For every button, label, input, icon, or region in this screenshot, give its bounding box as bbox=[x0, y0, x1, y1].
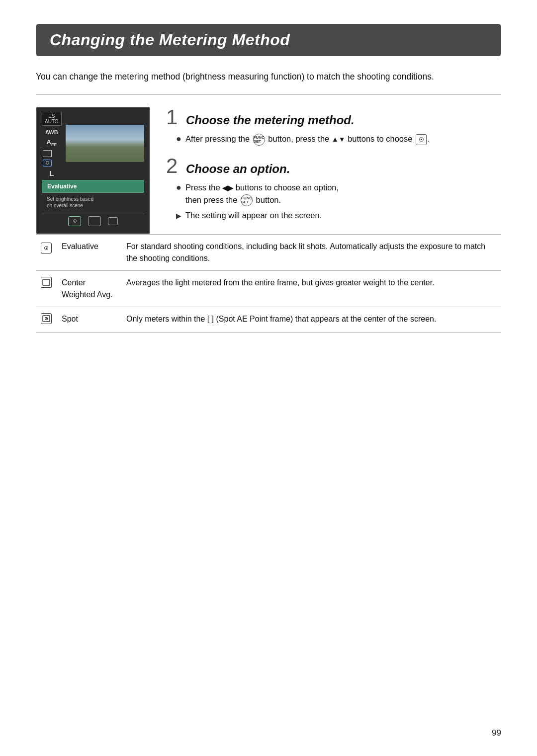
spot-desc: Only meters within the [ ] (Spot AE Poin… bbox=[126, 315, 436, 323]
table-row-evaluative: Evaluative For standard shooting conditi… bbox=[36, 234, 501, 270]
spot-name-cell: Spot bbox=[57, 307, 121, 332]
step-1-bullet-1: ● After pressing the FUNCSET button, pre… bbox=[176, 133, 501, 146]
bullet-dot-1: ● bbox=[176, 134, 181, 143]
spot-svg bbox=[42, 315, 50, 323]
center-desc: Averages the light metered from the enti… bbox=[126, 278, 435, 287]
step-2-title: Choose an option. bbox=[186, 162, 290, 176]
metering-target-icon bbox=[416, 134, 427, 145]
evaluative-icon-cell bbox=[36, 234, 57, 270]
bullet-triangle: ▶ bbox=[176, 211, 181, 221]
camera-left-icons: ESAUTO AWB AFF L bbox=[42, 112, 62, 178]
func-set-button-1: FUNCSET bbox=[253, 134, 265, 146]
camera-top-row: ESAUTO AWB AFF L bbox=[42, 112, 144, 178]
func-set-button-2: FUNCSET bbox=[241, 194, 253, 206]
camera-screen-mockup: ESAUTO AWB AFF L Evaluative Set brightne… bbox=[36, 107, 150, 234]
step-1-bullet-1-text: After pressing the FUNCSET button, press… bbox=[185, 133, 501, 146]
steps-area: 1 Choose the metering method. ● After pr… bbox=[166, 107, 501, 232]
step-1-title: Choose the metering method. bbox=[186, 113, 355, 128]
cam-circle-icon bbox=[43, 160, 52, 167]
camera-menu-highlight: Evaluative bbox=[42, 180, 144, 193]
center-weighted-svg bbox=[42, 278, 50, 286]
step-2-bullets: ● Press the ◀▶ buttons to choose an opti… bbox=[166, 181, 501, 222]
step-2: 2 Choose an option. ● Press the ◀▶ butto… bbox=[166, 156, 501, 222]
cam-evaluative-btn bbox=[68, 216, 81, 226]
svg-point-3 bbox=[46, 318, 47, 319]
center-icon-cell bbox=[36, 270, 57, 307]
cam-es-box: ESAUTO bbox=[42, 112, 62, 126]
camera-sub-text: Set brightness basedon overall scene bbox=[47, 196, 139, 209]
evaluative-name-cell: Evaluative bbox=[57, 234, 121, 270]
step-1-header: 1 Choose the metering method. bbox=[166, 107, 501, 128]
evaluative-label: Evaluative bbox=[62, 242, 98, 251]
nav-arrows-1: ▲▼ bbox=[332, 135, 346, 143]
svg-rect-0 bbox=[43, 279, 50, 285]
metering-info-table: Evaluative For standard shooting conditi… bbox=[36, 234, 501, 333]
main-content: ESAUTO AWB AFF L Evaluative Set brightne… bbox=[36, 95, 501, 234]
table-row-center: Center Weighted Avg. Averages the light … bbox=[36, 270, 501, 307]
page-title: Changing the Metering Method bbox=[50, 31, 487, 49]
cam-af-icon: AFF bbox=[42, 138, 62, 147]
step-1-bullets: ● After pressing the FUNCSET button, pre… bbox=[166, 133, 501, 146]
step-2-bullet-2-text: The setting will appear on the screen. bbox=[185, 209, 501, 222]
center-weighted-icon bbox=[41, 277, 52, 288]
table-row-spot: Spot Only meters within the [ ] (Spot AE… bbox=[36, 307, 501, 332]
step-2-bullet-1: ● Press the ◀▶ buttons to choose an opti… bbox=[176, 181, 501, 206]
cam-awb-icon: AWB bbox=[42, 129, 62, 136]
camera-sub-text-area: Set brightness basedon overall scene bbox=[42, 195, 144, 211]
lr-arrows: ◀▶ bbox=[222, 184, 233, 192]
spot-label: Spot bbox=[62, 315, 78, 323]
cam-L-icon: L bbox=[42, 169, 62, 178]
spot-desc-cell: Only meters within the [ ] (Spot AE Poin… bbox=[121, 307, 501, 332]
step-2-number: 2 bbox=[166, 156, 180, 176]
camera-landscape-image bbox=[66, 125, 144, 162]
step-1-number: 1 bbox=[166, 107, 180, 128]
cam-square-icon bbox=[43, 150, 52, 157]
page-container: Changing the Metering Method You can cha… bbox=[0, 0, 537, 356]
evaluative-icon-inner bbox=[44, 246, 48, 250]
evaluative-desc-cell: For standard shooting conditions, includ… bbox=[121, 234, 501, 270]
step-1: 1 Choose the metering method. ● After pr… bbox=[166, 107, 501, 146]
cam-center-btn bbox=[88, 216, 101, 226]
camera-highlight-text: Evaluative bbox=[47, 183, 139, 190]
spot-icon-cell bbox=[36, 307, 57, 332]
evaluative-desc: For standard shooting conditions, includ… bbox=[126, 242, 485, 262]
center-name-cell: Center Weighted Avg. bbox=[57, 270, 121, 307]
intro-text: You can change the metering method (brig… bbox=[36, 70, 501, 84]
page-number: 99 bbox=[492, 728, 501, 738]
bullet-dot-2: ● bbox=[176, 183, 181, 192]
spot-icon bbox=[41, 313, 52, 324]
title-bar: Changing the Metering Method bbox=[36, 24, 501, 56]
camera-bottom-icons bbox=[42, 214, 144, 228]
center-desc-cell: Averages the light metered from the enti… bbox=[121, 270, 501, 307]
evaluative-icon bbox=[41, 243, 52, 253]
step-2-header: 2 Choose an option. bbox=[166, 156, 501, 176]
center-label-2: Weighted Avg. bbox=[62, 290, 113, 299]
center-label-1: Center bbox=[62, 278, 86, 287]
cam-spot-btn bbox=[108, 217, 118, 225]
step-2-bullet-2: ▶ The setting will appear on the screen. bbox=[176, 209, 501, 222]
step-2-bullet-1-text: Press the ◀▶ buttons to choose an option… bbox=[185, 181, 501, 206]
